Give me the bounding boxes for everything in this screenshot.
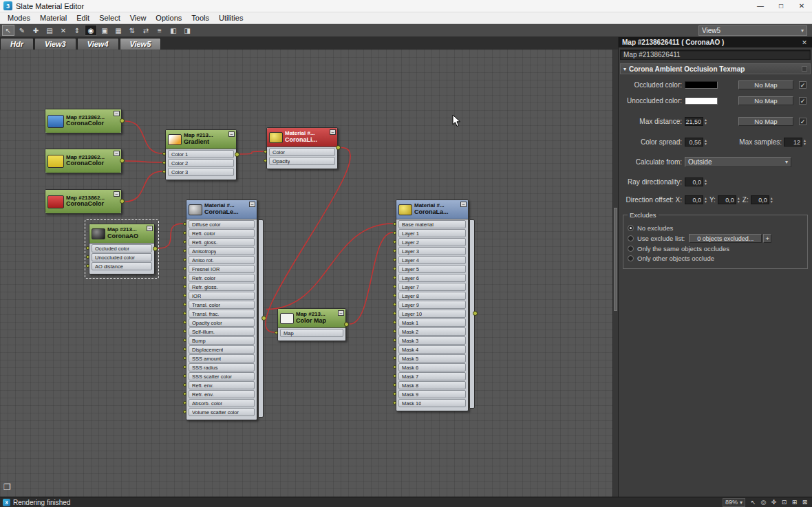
menu-utilities[interactable]: Utilities bbox=[214, 14, 248, 22]
input-socket-icon[interactable] bbox=[183, 321, 186, 324]
input-socket-icon[interactable] bbox=[86, 246, 89, 250]
direction-offset-x-spinner[interactable]: 0,0 ▲▼ bbox=[685, 195, 707, 204]
input-socket-icon[interactable] bbox=[183, 410, 186, 413]
spinner-arrows-icon[interactable]: ▲▼ bbox=[803, 139, 806, 145]
input-socket-icon[interactable] bbox=[393, 330, 396, 333]
slot-volume-scatter-color[interactable]: Volume scatter color bbox=[189, 408, 255, 416]
show-shaded-material-toggle[interactable]: ▣ bbox=[98, 25, 111, 36]
spinner-arrows-icon[interactable]: ▲▼ bbox=[704, 139, 707, 145]
input-socket-icon[interactable] bbox=[162, 170, 166, 173]
collapse-node-icon[interactable]: – bbox=[114, 151, 120, 156]
slot-layer-1[interactable]: Layer 1 bbox=[398, 229, 466, 237]
slot-mask-2[interactable]: Mask 2 bbox=[398, 327, 466, 336]
unoccluded-map-button[interactable]: No Map bbox=[738, 96, 793, 105]
slot-mask-4[interactable]: Mask 4 bbox=[398, 345, 466, 354]
output-socket-icon[interactable] bbox=[473, 311, 478, 316]
collapse-node-icon[interactable]: – bbox=[147, 226, 153, 231]
wire-corona-light-to-color-map[interactable] bbox=[266, 148, 350, 333]
slot-ior[interactable]: IOR bbox=[189, 292, 255, 300]
input-socket-icon[interactable] bbox=[275, 331, 278, 334]
input-socket-icon[interactable] bbox=[393, 222, 396, 226]
input-socket-icon[interactable] bbox=[183, 267, 186, 270]
occluded-color-swatch[interactable] bbox=[685, 81, 718, 89]
slot-layer-10[interactable]: Layer 10 bbox=[398, 310, 466, 318]
slot-map[interactable]: Map bbox=[280, 329, 343, 337]
slot-refr-env[interactable]: Refr. env. bbox=[189, 390, 255, 398]
input-socket-icon[interactable] bbox=[183, 222, 186, 226]
slot-mask-7[interactable]: Mask 7 bbox=[398, 372, 466, 380]
input-socket-icon[interactable] bbox=[393, 249, 396, 252]
input-socket-icon[interactable] bbox=[162, 161, 166, 164]
menu-tools[interactable]: Tools bbox=[186, 14, 214, 22]
move-children-toggle[interactable]: ⇕ bbox=[71, 25, 83, 36]
collapse-node-icon[interactable]: – bbox=[114, 111, 120, 116]
wire-color-blue-to-gradient[interactable] bbox=[125, 121, 162, 153]
layout-all-vertical-button[interactable]: ⇅ bbox=[126, 25, 138, 36]
input-socket-icon[interactable] bbox=[393, 303, 396, 306]
input-socket-icon[interactable] bbox=[393, 347, 396, 351]
input-socket-icon[interactable] bbox=[183, 356, 186, 360]
slot-mask-9[interactable]: Mask 9 bbox=[398, 390, 466, 398]
node-color-red[interactable]: Map #213862...CoronaColor– bbox=[45, 189, 122, 214]
delete-selected-button[interactable]: ✕ bbox=[57, 25, 70, 36]
show-background-toggle[interactable]: ▦ bbox=[112, 25, 125, 36]
menu-edit[interactable]: Edit bbox=[72, 14, 94, 22]
scrollbar-thumb[interactable] bbox=[614, 208, 617, 311]
input-socket-icon[interactable] bbox=[393, 338, 396, 342]
input-socket-icon[interactable] bbox=[393, 401, 396, 404]
input-socket-icon[interactable] bbox=[393, 321, 396, 324]
color-spread-spinner[interactable]: 0,56 ▲▼ bbox=[685, 138, 707, 147]
wire-color-map-to-corona-layered[interactable] bbox=[350, 233, 393, 324]
slot-layer-4[interactable]: Layer 4 bbox=[398, 256, 466, 264]
input-socket-icon[interactable] bbox=[183, 285, 186, 288]
slot-layer-8[interactable]: Layer 8 bbox=[398, 292, 466, 300]
collapse-node-icon[interactable]: – bbox=[114, 191, 120, 197]
slot-anisotropy[interactable]: Anisotropy bbox=[189, 247, 255, 255]
slot-refr-gloss[interactable]: Refr. gloss. bbox=[189, 283, 255, 291]
input-socket-icon[interactable] bbox=[183, 294, 186, 297]
slot-mask-1[interactable]: Mask 1 bbox=[398, 319, 466, 327]
input-socket-icon[interactable] bbox=[393, 258, 396, 261]
slot-ao-distance[interactable]: AO distance bbox=[92, 262, 152, 270]
output-socket-icon[interactable] bbox=[261, 316, 266, 321]
slot-layer-9[interactable]: Layer 9 bbox=[398, 301, 466, 309]
maximize-button[interactable]: □ bbox=[771, 0, 791, 12]
input-socket-icon[interactable] bbox=[86, 255, 89, 259]
input-socket-icon[interactable] bbox=[183, 231, 186, 235]
slot-bump[interactable]: Bump bbox=[189, 336, 255, 345]
spinner-arrows-icon[interactable]: ▲▼ bbox=[704, 179, 707, 185]
node-graph[interactable]: Map #213862...CoronaColor–Map #213862...… bbox=[0, 50, 612, 497]
input-socket-icon[interactable] bbox=[183, 240, 186, 244]
slot-unoccluded-color[interactable]: Unoccluded color bbox=[92, 253, 152, 261]
slot-self-illum[interactable]: Self-illum. bbox=[189, 327, 255, 336]
input-socket-icon[interactable] bbox=[183, 330, 186, 333]
input-socket-icon[interactable] bbox=[393, 231, 396, 235]
input-socket-icon[interactable] bbox=[264, 159, 267, 162]
menu-modes[interactable]: Modes bbox=[3, 14, 35, 22]
max-samples-value[interactable]: 12 bbox=[784, 138, 802, 147]
collapse-node-icon[interactable]: – bbox=[338, 310, 344, 316]
slot-color-3[interactable]: Color 3 bbox=[168, 168, 234, 176]
tab-view3[interactable]: View3 bbox=[34, 38, 76, 50]
add-exclude-button[interactable]: + bbox=[763, 234, 771, 243]
node-corona-light[interactable]: Material #...CoronaLi...–ColorOpacity bbox=[266, 127, 338, 169]
slot-refr-color[interactable]: Refr. color bbox=[189, 274, 255, 282]
pan-tool-icon[interactable]: ✜ bbox=[769, 498, 778, 507]
slot-displacement[interactable]: Displacement bbox=[189, 345, 255, 354]
slot-mask-3[interactable]: Mask 3 bbox=[398, 336, 466, 345]
node-color-map[interactable]: Map #213...Color Map–Map bbox=[277, 308, 346, 341]
input-socket-icon[interactable] bbox=[393, 240, 396, 244]
zoom-extents-selected-icon[interactable]: ⊠ bbox=[800, 498, 809, 507]
collapse-node-icon[interactable]: – bbox=[460, 202, 467, 207]
zoom-region-icon[interactable]: ⊡ bbox=[780, 498, 789, 507]
spinner-arrows-icon[interactable]: ▲▼ bbox=[770, 197, 773, 203]
tab-view4[interactable]: View4 bbox=[77, 38, 119, 50]
output-socket-icon[interactable] bbox=[120, 199, 125, 204]
input-socket-icon[interactable] bbox=[393, 276, 396, 279]
slot-refl-env[interactable]: Refl. env. bbox=[189, 381, 255, 389]
color-spread-value[interactable]: 0,56 bbox=[685, 138, 703, 147]
exclude-list-button[interactable]: 0 objects excluded... bbox=[689, 234, 762, 243]
slot-diffuse-color[interactable]: Diffuse color bbox=[189, 220, 255, 228]
unoccluded-map-checkbox[interactable]: ✓ bbox=[799, 97, 806, 105]
slot-refl-color[interactable]: Refl. color bbox=[189, 229, 255, 237]
